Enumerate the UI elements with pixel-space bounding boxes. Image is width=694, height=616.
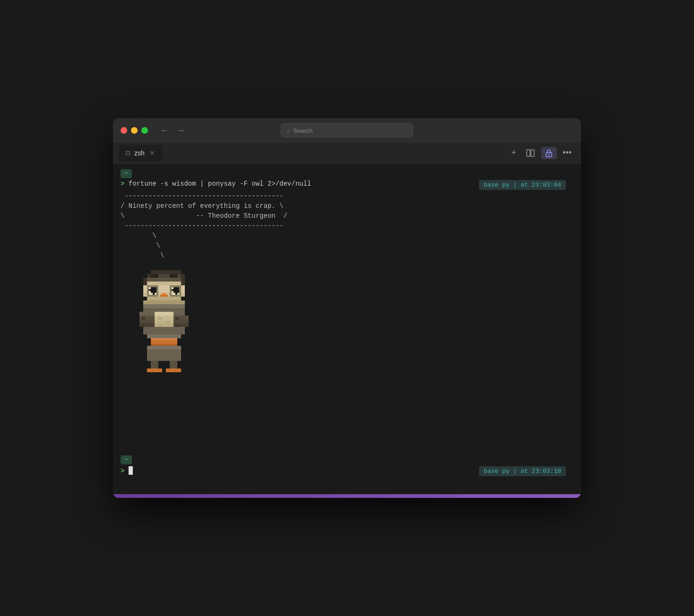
tab-terminal-icon: ⊡ (125, 149, 130, 156)
tabbar: ⊡ zsh ✕ + ••• (113, 143, 581, 163)
svg-rect-43 (143, 308, 185, 312)
cursor (129, 466, 133, 475)
svg-rect-73 (141, 325, 145, 327)
svg-rect-48 (155, 312, 174, 316)
svg-rect-15 (170, 274, 177, 278)
terminal-window: ← → ⌕ Search ⊡ zsh ✕ + (113, 118, 581, 498)
traffic-lights (121, 127, 148, 134)
svg-rect-33 (179, 285, 181, 297)
svg-point-3 (548, 154, 550, 155)
tilde-badge-1: ~ (121, 169, 132, 178)
svg-rect-68 (166, 368, 181, 372)
owl-image (128, 266, 223, 448)
svg-rect-61 (147, 346, 181, 350)
svg-rect-42 (143, 304, 185, 308)
svg-rect-32 (170, 285, 172, 297)
search-placeholder: Search (293, 127, 312, 134)
timestamp-badge-2: base py | at 23:03:10 (479, 466, 566, 476)
more-button[interactable]: ••• (559, 146, 575, 160)
svg-rect-63 (147, 353, 181, 357)
second-tilde-line: ~ (121, 455, 573, 464)
add-tab-button[interactable]: + (508, 146, 520, 160)
svg-rect-59 (151, 338, 177, 340)
accent-bar (113, 494, 581, 498)
svg-rect-11 (143, 278, 147, 285)
svg-rect-6 (166, 270, 174, 274)
svg-rect-8 (147, 274, 151, 278)
svg-rect-0 (527, 150, 530, 156)
tilde-badge-2: ~ (121, 455, 132, 464)
back-button[interactable]: ← (157, 124, 172, 137)
svg-rect-67 (147, 368, 162, 372)
svg-rect-4 (151, 270, 158, 274)
svg-rect-13 (181, 278, 185, 285)
command-text: fortune -s wisdom | ponysay -F owl 2>/de… (129, 180, 311, 188)
svg-rect-14 (151, 274, 158, 278)
fortune-output: ----------------------------------------… (121, 191, 573, 261)
nav-buttons: ← → (157, 124, 188, 137)
svg-rect-65 (151, 361, 158, 368)
timestamp-badge-1: base py | at 23:03:04 (479, 180, 566, 190)
tab-label: zsh (134, 149, 145, 157)
svg-rect-55 (143, 327, 185, 331)
tab-actions: + ••• (508, 146, 575, 160)
more-icon: ••• (563, 148, 572, 158)
terminal-content[interactable]: ~ base py | at 23:03:04 > fortune -s wis… (113, 163, 581, 494)
svg-rect-40 (147, 297, 181, 300)
svg-rect-64 (147, 357, 181, 361)
svg-rect-5 (158, 270, 166, 274)
svg-rect-60 (151, 344, 177, 346)
forward-button[interactable]: → (174, 124, 188, 137)
svg-rect-50 (155, 319, 174, 323)
svg-rect-71 (158, 325, 162, 327)
svg-rect-7 (174, 270, 181, 274)
svg-rect-41 (143, 300, 185, 304)
svg-rect-75 (175, 325, 179, 327)
svg-rect-62 (147, 350, 181, 353)
svg-rect-1 (531, 150, 534, 156)
first-tilde-line: ~ (121, 169, 573, 178)
close-button[interactable] (121, 127, 127, 134)
search-icon: ⌕ (287, 127, 290, 134)
svg-rect-49 (155, 316, 174, 319)
split-pane-button[interactable] (522, 146, 539, 160)
svg-rect-72 (141, 317, 145, 319)
svg-rect-16 (147, 282, 181, 285)
maximize-button[interactable] (141, 127, 148, 134)
svg-rect-12 (147, 278, 181, 282)
lock-button[interactable] (541, 147, 557, 159)
svg-rect-69 (158, 317, 162, 319)
second-prompt-block: ~ base py | at 23:03:10 (121, 455, 573, 464)
minimize-button[interactable] (131, 127, 138, 134)
svg-rect-66 (170, 361, 177, 368)
prompt-char: > (121, 180, 129, 188)
svg-rect-53 (174, 319, 189, 323)
svg-rect-56 (143, 331, 185, 334)
svg-rect-37 (172, 289, 179, 291)
first-prompt-block: ~ base py | at 23:03:04 (121, 169, 573, 178)
titlebar: ← → ⌕ Search (113, 118, 581, 143)
svg-rect-74 (175, 317, 179, 319)
svg-rect-23 (147, 285, 149, 297)
current-prompt-char: > (121, 467, 124, 475)
svg-rect-28 (149, 289, 156, 291)
svg-rect-51 (155, 323, 174, 327)
svg-rect-70 (166, 321, 170, 323)
tab-zsh[interactable]: ⊡ zsh ✕ (119, 145, 163, 162)
svg-rect-10 (181, 274, 185, 278)
svg-rect-24 (156, 285, 158, 297)
svg-rect-46 (139, 319, 155, 323)
owl-svg (128, 266, 223, 446)
svg-rect-57 (147, 334, 181, 338)
search-bar[interactable]: ⌕ Search (281, 123, 413, 137)
tab-close-button[interactable]: ✕ (148, 149, 156, 157)
